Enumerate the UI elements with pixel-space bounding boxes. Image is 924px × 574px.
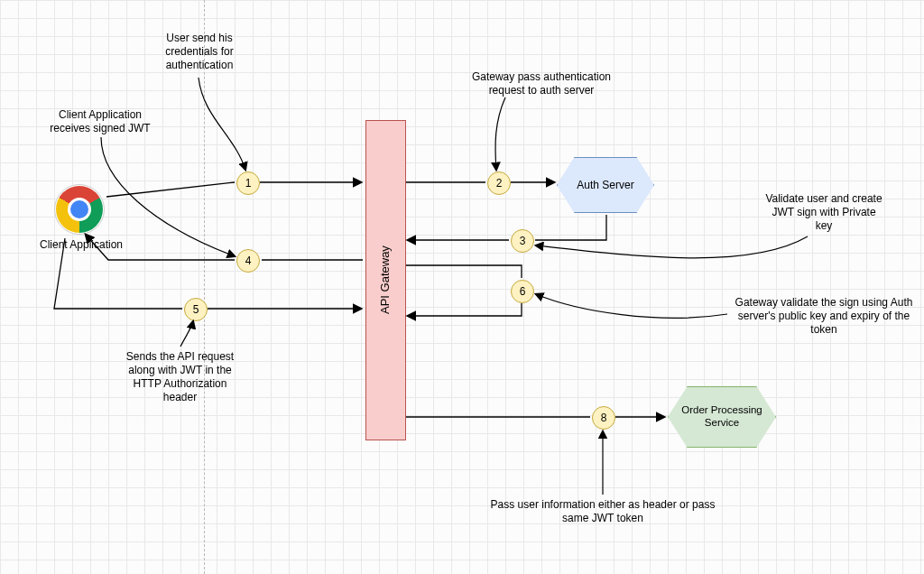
order-service-node: Order Processing Service <box>668 386 776 448</box>
annotation-step5: Sends the API request along with JWT in … <box>124 350 236 404</box>
page-divider <box>204 0 205 574</box>
annotation-step8: Pass user information either as header o… <box>485 498 720 525</box>
client-app-label: Client Application <box>27 238 135 251</box>
auth-server-node: Auth Server <box>557 157 654 213</box>
step-4: 4 <box>236 249 260 273</box>
step-6: 6 <box>511 280 534 303</box>
step-1: 1 <box>236 171 260 195</box>
diagram-canvas: Client Application API Gateway Auth Serv… <box>0 0 924 574</box>
auth-server-label: Auth Server <box>577 179 633 191</box>
annotation-step6: Gateway validate the sign using Auth ser… <box>729 296 919 337</box>
api-gateway-box: API Gateway <box>365 120 406 440</box>
step-5: 5 <box>184 298 208 321</box>
annotation-step2: Gateway pass authentication request to a… <box>456 70 627 97</box>
chrome-icon <box>54 184 105 235</box>
api-gateway-label: API Gateway <box>378 246 393 315</box>
annotation-step1: User send his credentials for authentica… <box>145 32 254 72</box>
step-2: 2 <box>487 171 511 195</box>
step-8: 8 <box>592 406 615 430</box>
annotation-step3: Validate user and create JWT sign with P… <box>765 192 882 233</box>
annotation-client-receive: Client Application receives signed JWT <box>37 108 163 135</box>
order-service-label: Order Processing Service <box>668 404 776 430</box>
step-3: 3 <box>511 229 534 253</box>
